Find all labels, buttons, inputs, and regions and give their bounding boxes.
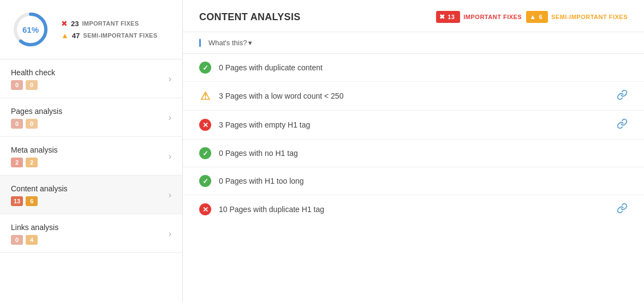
- important-count: 23: [71, 20, 79, 28]
- content-badge-error: 13: [11, 196, 23, 206]
- nav-item-health-check[interactable]: Health check 0 0 ›: [0, 59, 182, 98]
- analysis-list: ✓ 0 Pages with duplicate content ⚠ 3 Pag…: [183, 54, 644, 302]
- summary-card: 61% ✖ 23 IMPORTANT FIXES ▲ 47 SEMI-IMPOR…: [0, 0, 182, 59]
- whats-this-bar[interactable]: What's this? ▾: [183, 32, 644, 54]
- analysis-row: ✓ 0 Pages with duplicate content: [183, 54, 644, 82]
- analysis-text: 3 Pages with empty H1 tag: [219, 120, 609, 129]
- status-ok-icon: ✓: [199, 147, 211, 159]
- chevron-right-icon: ›: [169, 152, 171, 161]
- important-label: IMPORTANT FIXES: [82, 20, 139, 27]
- nav-item-links-analysis[interactable]: Links analysis 0 4 ›: [0, 214, 182, 253]
- main-panel: CONTENT ANALYSIS ✖ 13 IMPORTANT FIXES ▲ …: [183, 0, 644, 302]
- semi-count: 47: [72, 32, 80, 40]
- important-fixes-label: IMPORTANT FIXES: [463, 14, 522, 20]
- score-percent: 61%: [22, 25, 39, 34]
- main-header: CONTENT ANALYSIS ✖ 13 IMPORTANT FIXES ▲ …: [183, 0, 644, 32]
- warn-icon: ▲: [529, 13, 536, 21]
- important-count-badge: ✖ 13: [436, 11, 460, 23]
- analysis-text: 0 Pages with duplicate content: [219, 63, 628, 72]
- analysis-row: ✓ 0 Pages with H1 too long: [183, 167, 644, 195]
- important-fixes-stat: ✖ 23 IMPORTANT FIXES: [61, 19, 157, 28]
- health-badge-warning: 0: [26, 80, 38, 90]
- status-error-icon: ✕: [199, 203, 211, 215]
- nav-item-pages-analysis[interactable]: Pages analysis 0 0 ›: [0, 98, 182, 137]
- semi-label: SEMI-IMPORTANT FIXES: [83, 32, 157, 39]
- summary-stats: ✖ 23 IMPORTANT FIXES ▲ 47 SEMI-IMPORTANT…: [61, 19, 157, 40]
- sidebar: 61% ✖ 23 IMPORTANT FIXES ▲ 47 SEMI-IMPOR…: [0, 0, 183, 302]
- links-badge-warning: 4: [26, 235, 38, 245]
- chevron-right-icon: ›: [169, 190, 171, 200]
- content-badge-warning: 6: [26, 196, 38, 206]
- error-icon: ✖: [61, 19, 68, 28]
- main-important-count: 13: [448, 14, 455, 20]
- meta-badge-warning: 2: [26, 158, 38, 167]
- semi-fixes-label: SEMI-IMPORTANT FIXES: [551, 14, 628, 20]
- analysis-row: ⚠ 3 Pages with a low word count < 250: [183, 82, 644, 111]
- semi-fixes-stat: ▲ 47 SEMI-IMPORTANT FIXES: [61, 31, 157, 40]
- score-donut: 61%: [11, 10, 50, 49]
- blue-bar: [199, 39, 201, 47]
- links-badge-error: 0: [11, 235, 23, 245]
- nav-list: Health check 0 0 › Pages analysis 0 0 › …: [0, 59, 182, 253]
- analysis-row: ✓ 0 Pages with no H1 tag: [183, 140, 644, 167]
- x-icon: ✖: [439, 13, 445, 21]
- analysis-text: 10 Pages with duplicate H1 tag: [219, 205, 609, 214]
- analysis-row: ✕ 3 Pages with empty H1 tag: [183, 111, 644, 140]
- dropdown-arrow-icon: ▾: [248, 39, 252, 47]
- analysis-text: 3 Pages with a low word count < 250: [219, 92, 609, 100]
- important-badge-group: ✖ 13 IMPORTANT FIXES: [436, 11, 522, 23]
- status-ok-icon: ✓: [199, 175, 211, 187]
- nav-item-title: Pages analysis: [11, 107, 62, 116]
- analysis-text: 0 Pages with H1 too long: [219, 177, 628, 185]
- whats-this-text[interactable]: What's this?: [208, 39, 247, 47]
- meta-badge-error: 2: [11, 158, 23, 167]
- nav-item-meta-analysis[interactable]: Meta analysis 2 2 ›: [0, 137, 182, 176]
- link-icon[interactable]: [617, 118, 628, 131]
- status-ok-icon: ✓: [199, 62, 211, 74]
- health-badge-error: 0: [11, 80, 23, 90]
- main-title: CONTENT ANALYSIS: [199, 11, 301, 23]
- semi-count-badge: ▲ 6: [526, 11, 548, 23]
- pages-badge-warning: 0: [26, 119, 38, 129]
- chevron-right-icon: ›: [169, 229, 171, 239]
- nav-item-title: Content analysis: [11, 184, 68, 193]
- nav-item-content-analysis[interactable]: Content analysis 13 6 ›: [0, 176, 182, 214]
- chevron-right-icon: ›: [169, 113, 171, 123]
- semi-badge-group: ▲ 6 SEMI-IMPORTANT FIXES: [526, 11, 628, 23]
- nav-item-title: Health check: [11, 68, 55, 77]
- chevron-right-icon: ›: [169, 74, 171, 84]
- header-badges: ✖ 13 IMPORTANT FIXES ▲ 6 SEMI-IMPORTANT …: [436, 11, 628, 23]
- analysis-text: 0 Pages with no H1 tag: [219, 149, 628, 158]
- analysis-row: ✕ 10 Pages with duplicate H1 tag: [183, 195, 644, 224]
- warning-icon: ▲: [61, 31, 69, 40]
- pages-badge-error: 0: [11, 119, 23, 129]
- status-warning-icon: ⚠: [199, 90, 211, 102]
- main-semi-count: 6: [539, 14, 543, 20]
- link-icon[interactable]: [617, 89, 628, 102]
- nav-item-title: Links analysis: [11, 223, 58, 232]
- nav-item-title: Meta analysis: [11, 146, 58, 154]
- status-error-icon: ✕: [199, 119, 211, 131]
- link-icon[interactable]: [617, 203, 628, 216]
